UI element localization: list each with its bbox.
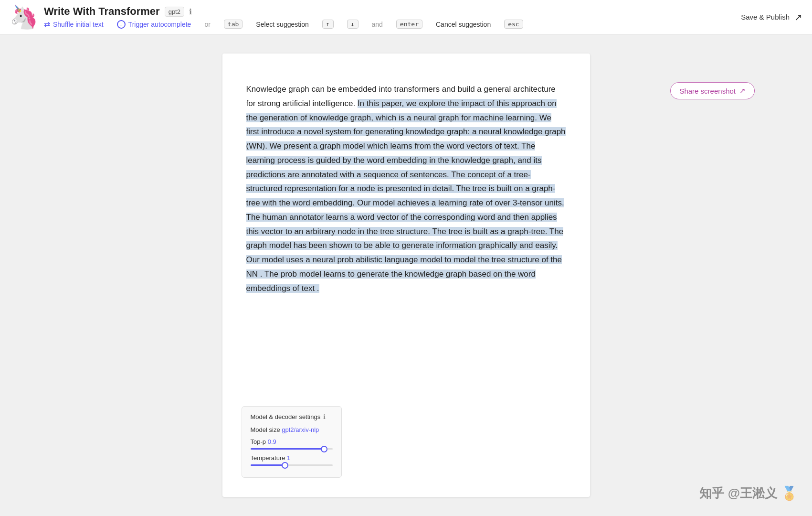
model-size-label: Model size gpt2/arxiv-nlp	[251, 426, 333, 433]
temperature-slider-thumb[interactable]	[282, 462, 288, 469]
top-p-slider-fill	[251, 448, 325, 450]
temperature-slider-fill	[251, 464, 285, 466]
temperature-slider-track[interactable]	[251, 464, 333, 466]
watermark-text: 知乎 @王淞义	[699, 485, 777, 502]
header: 🦄 Write With Transformer gpt2 ℹ ⇄ Shuffl…	[0, 0, 812, 34]
select-suggestion-text: Select suggestion	[256, 21, 309, 28]
editor-content[interactable]: Knowledge graph can be embedded into tra…	[246, 82, 566, 295]
model-size-setting: Model size gpt2/arxiv-nlp	[251, 426, 333, 433]
temperature-setting: Temperature 1	[251, 454, 333, 466]
top-p-slider-track[interactable]	[251, 448, 333, 450]
shuffle-button[interactable]: ⇄ Shuffle initial text	[44, 20, 104, 29]
share-screenshot-label: Share screenshot	[679, 87, 736, 95]
top-p-label: Top-p 0.9	[251, 438, 333, 445]
share-screenshot-button[interactable]: Share screenshot ↗	[670, 82, 755, 99]
info-icon[interactable]: ℹ	[189, 7, 192, 16]
app-title: Write With Transformer	[44, 5, 160, 18]
logo-icon: 🦄	[10, 6, 38, 29]
watermark: 知乎 @王淞义 🏅	[699, 485, 798, 502]
share-screenshot-icon: ↗	[739, 86, 746, 95]
model-size-value: gpt2/arxiv-nlp	[282, 426, 319, 433]
tab-key: tab	[224, 20, 243, 29]
main-area: Knowledge graph can be embedded into tra…	[0, 34, 812, 516]
model-badge: gpt2	[165, 7, 184, 17]
cancel-suggestion-text: Cancel suggestion	[436, 21, 491, 28]
logo-area: 🦄 Write With Transformer gpt2 ℹ ⇄ Shuffl…	[10, 5, 523, 29]
save-publish-label: Save & Publish	[741, 13, 790, 21]
enter-key: enter	[396, 20, 422, 29]
save-publish-button[interactable]: Save & Publish ↗	[741, 11, 802, 23]
up-arrow-key: ↑	[322, 20, 334, 29]
toolbar-row: ⇄ Shuffle initial text ↓ Trigger autocom…	[44, 20, 523, 29]
down-arrow-key: ↓	[347, 20, 359, 29]
top-p-slider-thumb[interactable]	[321, 446, 327, 452]
and-text: and	[372, 21, 383, 28]
export-icon: ↗	[794, 11, 802, 23]
editor-panel: Knowledge graph can be embedded into tra…	[222, 54, 590, 497]
settings-panel: Model & decoder settings ℹ Model size gp…	[242, 406, 342, 478]
trigger-icon: ↓	[117, 20, 126, 29]
settings-title: Model & decoder settings	[251, 413, 321, 420]
top-p-value: 0.9	[268, 438, 276, 445]
shuffle-icon: ⇄	[44, 20, 50, 29]
watermark-badge: 🏅	[781, 485, 798, 501]
text-highlighted: In this paper, we explore the impact of …	[246, 99, 566, 293]
temperature-label: Temperature 1	[251, 454, 333, 462]
settings-info-icon[interactable]: ℹ	[323, 413, 326, 420]
title-row: Write With Transformer gpt2 ℹ	[44, 5, 523, 18]
top-p-setting: Top-p 0.9	[251, 438, 333, 450]
shuffle-label: Shuffle initial text	[53, 21, 104, 28]
title-area: Write With Transformer gpt2 ℹ ⇄ Shuffle …	[44, 5, 523, 29]
trigger-label: Trigger autocomplete	[128, 21, 191, 28]
underline-word: abilistic	[356, 255, 382, 264]
trigger-autocomplete-button[interactable]: ↓ Trigger autocomplete	[117, 20, 191, 29]
temperature-value: 1	[287, 454, 290, 462]
settings-title-row: Model & decoder settings ℹ	[251, 413, 333, 420]
or-separator: or	[204, 21, 210, 28]
esc-key: esc	[504, 20, 523, 29]
